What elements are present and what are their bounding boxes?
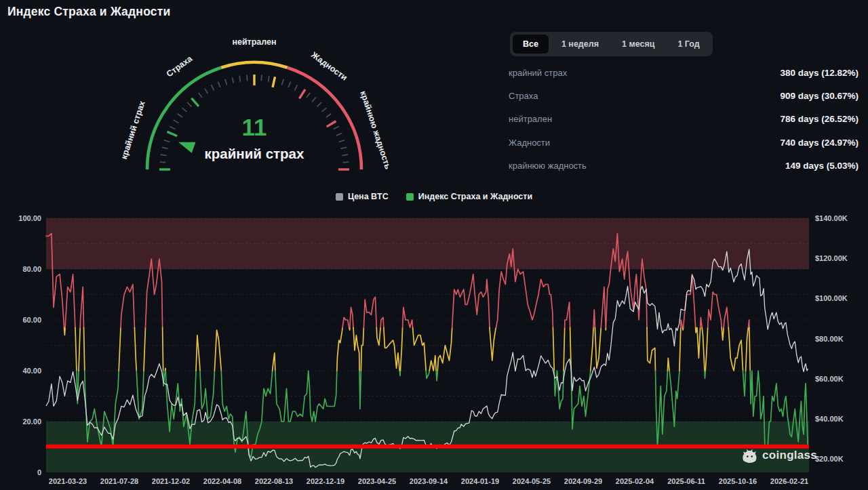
stat-value: 149 days (5.03%) — [785, 161, 859, 171]
svg-text:крайнюю жадность: крайнюю жадность — [359, 89, 393, 170]
range-button-1-week[interactable]: 1 неделя — [551, 35, 609, 54]
coinglass-logo-text: coinglass — [762, 449, 817, 462]
svg-text:Страха: Страха — [165, 54, 195, 79]
svg-text:2022-04-08: 2022-04-08 — [203, 477, 241, 485]
svg-text:2025-10-16: 2025-10-16 — [719, 477, 757, 485]
range-button-1-year[interactable]: 1 Год — [667, 35, 709, 54]
svg-text:$120.00K: $120.00K — [815, 254, 848, 262]
stat-value: 909 days (30.67%) — [780, 91, 859, 101]
stat-label: Жадности — [509, 138, 550, 148]
svg-text:2023-09-14: 2023-09-14 — [410, 477, 448, 485]
svg-text:20.00: 20.00 — [22, 417, 41, 426]
svg-text:$100.00K: $100.00K — [815, 294, 848, 302]
left-axis-labels: 100.0080.0060.0040.0020.000 — [18, 214, 41, 476]
stat-row: крайний страх380 days (12.82%) — [509, 61, 859, 84]
svg-text:2024-01-19: 2024-01-19 — [461, 477, 499, 485]
svg-text:2021-12-02: 2021-12-02 — [152, 477, 190, 485]
svg-text:2025-02-04: 2025-02-04 — [616, 477, 654, 485]
svg-text:$140.00K: $140.00K — [815, 214, 848, 222]
svg-text:нейтрален: нейтрален — [232, 37, 276, 47]
svg-text:$60.00K: $60.00K — [815, 375, 844, 383]
svg-text:$40.00K: $40.00K — [815, 415, 844, 423]
svg-text:60.00: 60.00 — [22, 316, 41, 324]
right-axis-labels: $140.00K$120.00K$100.00K$80.00K$60.00K$4… — [815, 214, 848, 463]
svg-text:2022-08-13: 2022-08-13 — [255, 477, 293, 485]
svg-text:2022-12-19: 2022-12-19 — [307, 477, 344, 485]
svg-text:2021-03-23: 2021-03-23 — [49, 477, 87, 485]
stat-label: Страха — [509, 91, 538, 101]
stat-row: Страха909 days (30.67%) — [509, 84, 859, 107]
svg-text:40.00: 40.00 — [22, 367, 41, 375]
svg-text:$80.00K: $80.00K — [815, 335, 844, 343]
coinglass-logo-icon — [741, 447, 758, 464]
svg-text:2023-04-25: 2023-04-25 — [358, 477, 396, 485]
stat-label: крайнюю жадность — [509, 161, 587, 171]
stat-row: Жадности740 days (24.97%) — [509, 131, 859, 154]
svg-text:$20.00K: $20.00K — [815, 455, 844, 463]
gauge-needle — [178, 142, 195, 153]
svg-text:крайний страх: крайний страх — [119, 100, 147, 161]
fear-greed-dashboard: Индекс Страха и Жадности крайний страхСт… — [0, 0, 868, 490]
x-axis-labels: 2021-03-232021-07-282021-12-022022-04-08… — [49, 477, 808, 485]
svg-text:2026-02-21: 2026-02-21 — [770, 477, 808, 485]
page-title: Индекс Страха и Жадности — [7, 5, 170, 19]
fear-greed-gauge: крайний страхСтраханейтраленЖадностикрай… — [95, 27, 414, 186]
gauge-value-label: крайний страх — [205, 146, 304, 161]
svg-text:2024-05-25: 2024-05-25 — [513, 477, 551, 485]
svg-text:80.00: 80.00 — [22, 265, 41, 273]
stats-panel: крайний страх380 days (12.82%)Страха909 … — [509, 61, 859, 178]
svg-text:0: 0 — [37, 468, 41, 476]
stat-value: 786 days (26.52%) — [780, 114, 859, 124]
stat-row: крайнюю жадность149 days (5.03%) — [509, 155, 859, 178]
gauge-value: 11 — [242, 114, 267, 140]
coinglass-watermark: coinglass — [741, 447, 817, 464]
svg-text:Жадности: Жадности — [309, 49, 349, 82]
svg-text:2021-07-28: 2021-07-28 — [100, 477, 138, 485]
stat-label: крайний страх — [509, 68, 567, 78]
time-range-buttons: Все1 неделя1 месяц1 Год — [510, 32, 713, 56]
stat-label: нейтрален — [509, 114, 552, 124]
stat-value: 380 days (12.82%) — [780, 68, 859, 78]
svg-text:100.00: 100.00 — [18, 214, 41, 222]
range-button-1-month[interactable]: 1 месяц — [612, 35, 665, 54]
stat-value: 740 days (24.97%) — [780, 138, 859, 148]
svg-text:2024-09-29: 2024-09-29 — [564, 477, 602, 485]
stat-row: нейтрален786 days (26.52%) — [509, 108, 859, 131]
svg-text:2025-06-11: 2025-06-11 — [667, 477, 705, 485]
range-button-all[interactable]: Все — [513, 35, 549, 54]
fear-greed-history-chart[interactable]: 100.0080.0060.0040.0020.000$140.00K$120.… — [0, 188, 868, 490]
